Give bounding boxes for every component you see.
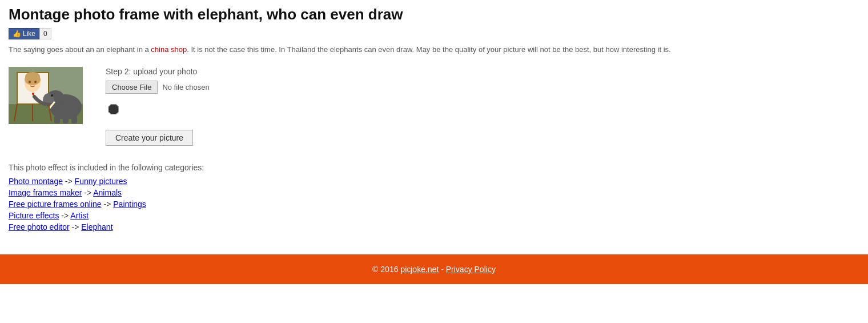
- category-link-artist[interactable]: Artist: [70, 211, 89, 220]
- fb-like-label: Like: [23, 30, 35, 38]
- fb-like-button[interactable]: 👍 Like: [9, 28, 39, 39]
- category-row-3: Picture effects -> Artist: [9, 211, 859, 220]
- svg-rect-15: [63, 115, 69, 123]
- svg-point-13: [51, 94, 53, 97]
- categories-section: This photo effect is included in the fol…: [9, 163, 859, 232]
- arrow-1: ->: [84, 188, 93, 197]
- svg-point-12: [32, 93, 34, 95]
- category-row-1: Image frames maker -> Animals: [9, 188, 859, 197]
- description-content: The saying goes about an an elephant in …: [9, 45, 151, 54]
- choose-file-button[interactable]: Choose File: [106, 81, 158, 94]
- category-row-2: Free picture frames online -> Paintings: [9, 200, 859, 209]
- footer-separator: -: [439, 265, 445, 274]
- fb-thumb-icon: 👍: [13, 30, 21, 38]
- fb-like-bar: 👍 Like 0: [9, 28, 859, 39]
- main-content: Step 2: upload your photo Choose File No…: [9, 67, 859, 146]
- create-picture-button[interactable]: Create your picture: [106, 130, 193, 146]
- description-rest: . It is not the case this time. In Thail…: [187, 45, 670, 54]
- category-link-photo-montage[interactable]: Photo montage: [9, 177, 63, 186]
- description-highlight: china shop: [151, 45, 187, 54]
- footer-site-link[interactable]: picjoke.net: [400, 265, 439, 274]
- footer-copyright: © 2016: [372, 265, 400, 274]
- page-title: Montage photo frame with elephant, who c…: [9, 6, 859, 23]
- category-link-free-editor[interactable]: Free photo editor: [9, 222, 70, 232]
- category-link-paintings[interactable]: Paintings: [113, 200, 146, 209]
- description-text: The saying goes about an an elephant in …: [9, 44, 859, 55]
- category-link-elephant[interactable]: Elephant: [81, 222, 112, 232]
- footer: © 2016 picjoke.net - Privacy Policy: [0, 254, 868, 284]
- arrow-4: ->: [72, 222, 82, 232]
- fb-like-count: 0: [39, 28, 51, 39]
- upload-section: Step 2: upload your photo Choose File No…: [106, 67, 210, 146]
- category-link-animals[interactable]: Animals: [93, 188, 122, 197]
- arrow-3: ->: [61, 211, 70, 220]
- no-file-text: No file chosen: [162, 83, 209, 91]
- category-row-0: Photo montage -> Funny pictures: [9, 177, 859, 186]
- file-input-row: Choose File No file chosen: [106, 81, 210, 94]
- webcam-icon[interactable]: ⏺: [106, 99, 210, 118]
- arrow-0: ->: [65, 177, 75, 186]
- svg-point-7: [25, 72, 40, 81]
- page-wrapper: Montage photo frame with elephant, who c…: [0, 0, 868, 243]
- preview-svg: [9, 67, 83, 124]
- category-link-image-frames[interactable]: Image frames maker: [9, 188, 82, 197]
- svg-rect-16: [71, 115, 77, 123]
- svg-rect-14: [54, 115, 60, 123]
- category-link-picture-effects[interactable]: Picture effects: [9, 211, 59, 220]
- categories-title: This photo effect is included in the fol…: [9, 163, 859, 172]
- arrow-2: ->: [104, 200, 114, 209]
- category-link-free-frames[interactable]: Free picture frames online: [9, 200, 102, 209]
- preview-image: [9, 67, 83, 124]
- category-link-funny-pictures[interactable]: Funny pictures: [75, 177, 127, 186]
- footer-privacy-link[interactable]: Privacy Policy: [446, 265, 496, 274]
- step-label: Step 2: upload your photo: [106, 67, 210, 76]
- category-row-4: Free photo editor -> Elephant: [9, 222, 859, 232]
